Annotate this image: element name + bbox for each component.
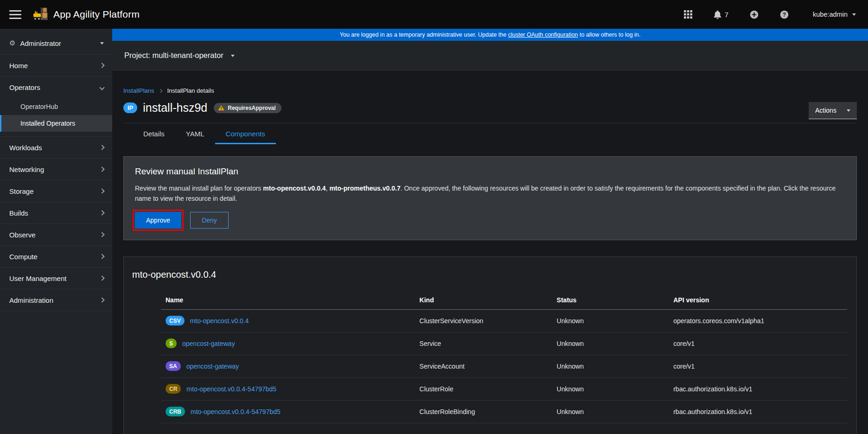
username: kube:admin: [813, 11, 848, 18]
review-installplan-card: Review manual InstallPlan Review the man…: [123, 156, 857, 240]
cell-status: Unknown: [552, 408, 669, 415]
resource-kind-badge: S: [166, 338, 177, 348]
sidebar-item-label: Home: [9, 62, 28, 70]
cell-name: Sopencost-gateway: [161, 338, 415, 348]
sidebar-item-administration[interactable]: Administration: [0, 289, 112, 311]
sidebar-nav: ⚙ Administrator HomeOperatorsOperatorHub…: [0, 29, 112, 434]
resource-name-link[interactable]: mto-opencost.v0.0.4-54797bd5: [186, 385, 276, 393]
resource-name-link[interactable]: opencost-gateway: [186, 363, 239, 370]
sidebar-item-label: Networking: [9, 166, 44, 173]
sidebar-item-workloads[interactable]: Workloads: [0, 137, 112, 159]
cell-status: Unknown: [552, 363, 669, 370]
column-header-api-version: API version: [669, 296, 847, 304]
operator-components-section: mto-opencost.v0.0.4 Name Kind Status API…: [123, 256, 857, 434]
components-table: Name Kind Status API version CSVmto-open…: [161, 291, 847, 434]
notifications-bell-icon[interactable]: 7: [714, 10, 728, 19]
page-content: InstallPlans InstallPlan details IP inst…: [112, 70, 868, 434]
column-header-status: Status: [552, 296, 669, 304]
brand-link[interactable]: App Agility Platform: [32, 7, 140, 22]
chevron-down-icon: [852, 13, 856, 16]
login-warning-banner: You are logged in as a temporary adminis…: [112, 29, 868, 41]
chevron-right-icon: [99, 297, 104, 302]
status-badge: RequiresApproval: [214, 103, 281, 113]
column-header-name: Name: [161, 296, 415, 304]
resource-name-link[interactable]: opencost-gateway: [182, 340, 235, 347]
tab-details[interactable]: Details: [133, 123, 175, 144]
nav-toggle-hamburger-icon[interactable]: [9, 8, 21, 21]
sidebar-item-user-management[interactable]: User Management: [0, 268, 112, 289]
sidebar-subitem-operatorhub[interactable]: OperatorHub: [0, 98, 112, 115]
sidebar-item-operators[interactable]: Operators: [0, 77, 112, 98]
review-card-title: Review manual InstallPlan: [135, 166, 845, 177]
sidebar-item-label: Administration: [9, 296, 53, 304]
project-selector[interactable]: Project: multi-tenant-operator: [124, 51, 223, 60]
approve-button[interactable]: Approve: [135, 212, 181, 229]
perspective-switcher[interactable]: ⚙ Administrator: [0, 32, 112, 55]
sidebar-item-storage[interactable]: Storage: [0, 180, 112, 202]
cell-api-version: operators.coreos.com/v1alpha1: [669, 317, 847, 325]
cell-api-version: rbac.authorization.k8s.io/v1: [669, 385, 847, 393]
table-row: CSVmto-opencost.v0.0.4ClusterServiceVers…: [161, 310, 847, 332]
chevron-right-icon: [99, 232, 104, 237]
cell-status: Unknown: [552, 385, 669, 393]
svg-text:?: ?: [783, 11, 786, 18]
breadcrumb-installplans-link[interactable]: InstallPlans: [123, 87, 154, 94]
user-menu[interactable]: kube:admin: [813, 11, 856, 18]
help-question-circle-icon[interactable]: ?: [780, 10, 789, 19]
cell-kind: ServiceAccount: [415, 363, 552, 370]
sidebar-subitem-installed-operators[interactable]: Installed Operators: [0, 115, 112, 132]
sidebar-item-label: Workloads: [9, 144, 42, 152]
cell-name: CRmto-opencost.v0.0.4-54797bd5: [161, 384, 415, 394]
cell-kind: ClusterRoleBinding: [415, 408, 552, 415]
perspective-label: Administrator: [20, 39, 61, 47]
deny-button[interactable]: Deny: [190, 212, 229, 229]
chevron-down-icon: [847, 109, 850, 112]
tab-components[interactable]: Components: [215, 123, 276, 144]
resource-kind-badge: CRB: [166, 407, 185, 416]
warning-triangle-icon: [218, 105, 224, 111]
gears-icon: ⚙: [9, 40, 15, 47]
column-header-kind: Kind: [415, 296, 552, 304]
actions-dropdown-button[interactable]: Actions: [809, 102, 857, 119]
page-header: IP install-hsz9d RequiresApproval Action…: [123, 101, 857, 115]
chevron-right-icon: [99, 275, 104, 281]
sidebar-item-home[interactable]: Home: [0, 55, 112, 77]
chevron-right-icon: [99, 188, 104, 193]
resource-kind-badge: SA: [166, 361, 181, 371]
resource-kind-badge: CR: [166, 384, 181, 394]
breadcrumb: InstallPlans InstallPlan details: [123, 87, 857, 94]
sidebar-item-observe[interactable]: Observe: [0, 224, 112, 246]
cell-kind: Service: [415, 340, 552, 347]
table-row: SAopencost-gatewayServiceAccountUnknownc…: [161, 355, 847, 378]
project-bar: Project: multi-tenant-operator: [112, 41, 868, 70]
tab-yaml[interactable]: YAML: [175, 123, 215, 144]
table-row: CRmto-opencost.v0.0.4-54797bd5ClusterRol…: [161, 378, 847, 401]
chevron-down-icon[interactable]: [231, 55, 235, 57]
cell-api-version: rbac.authorization.k8s.io/v1: [669, 408, 847, 415]
add-plus-circle-icon[interactable]: [750, 10, 759, 19]
resource-name-link[interactable]: mto-opencost.v0.0.4-54797bd5: [191, 408, 281, 415]
cell-status: Unknown: [552, 340, 669, 347]
sidebar-item-networking[interactable]: Networking: [0, 159, 112, 180]
chevron-right-icon: [99, 166, 104, 172]
banner-text-after: to allow others to log in.: [578, 32, 640, 38]
cell-name: CRBmto-opencost.v0.0.4-54797bd5: [161, 407, 415, 416]
sidebar-item-label: Operators: [9, 83, 40, 91]
cell-api-version: core/v1: [669, 363, 847, 370]
cell-name: SAopencost-gateway: [161, 361, 415, 371]
oauth-config-link[interactable]: cluster OAuth configuration: [508, 32, 578, 38]
resource-name-link[interactable]: mto-opencost.v0.0.4: [190, 317, 249, 325]
operator-name-1: mto-opencost.v0.0.4: [263, 185, 326, 192]
cell-status: Unknown: [552, 317, 669, 325]
apps-grid-icon[interactable]: [684, 10, 692, 19]
banner-text-before: You are logged in as a temporary adminis…: [340, 32, 508, 38]
chevron-right-icon: [99, 210, 104, 215]
chevron-right-icon: [99, 254, 104, 259]
breadcrumb-current: InstallPlan details: [167, 87, 214, 94]
notification-count: 7: [725, 11, 728, 19]
app-title: App Agility Platform: [53, 9, 140, 20]
sidebar-item-builds[interactable]: Builds: [0, 202, 112, 224]
sidebar-item-compute[interactable]: Compute: [0, 246, 112, 268]
operator-name-2: mto-prometheus.v0.0.7: [329, 185, 400, 192]
table-header-row: Name Kind Status API version: [161, 291, 847, 310]
